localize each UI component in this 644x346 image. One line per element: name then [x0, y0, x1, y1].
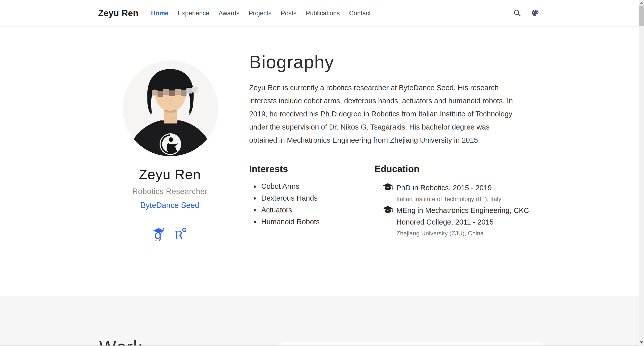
nav-item-home[interactable]: Home [151, 10, 168, 17]
biography-line: interests include cobot arms, dexterous … [249, 94, 513, 107]
interests-list: Cobot Arms Dexterous Hands Actuators Hum… [260, 180, 320, 228]
biography-text: Zeyu Ren is currently a robotics researc… [249, 81, 513, 147]
interests-title: Interests [249, 164, 288, 174]
chevron-down-icon [640, 341, 643, 343]
google-scholar-icon: g [153, 237, 165, 242]
nav-item-projects[interactable]: Projects [249, 10, 271, 17]
navbar: Zeyu Ren Home Experience Awards Projects… [0, 0, 639, 26]
biography-line: Zeyu Ren is currently a robotics researc… [249, 81, 513, 94]
interest-item: Dexterous Hands [260, 192, 320, 204]
work-section: Work [0, 296, 639, 346]
graduation-cap-icon [383, 205, 393, 216]
nav-item-contact[interactable]: Contact [349, 10, 371, 17]
education-degree: PhD in Robotics, 2015 - 2019 [396, 182, 539, 194]
graduation-cap-icon [383, 182, 393, 193]
education-institution: Italian Institute of Technology (IIT), I… [396, 196, 546, 203]
scrollbar-down-button[interactable] [639, 340, 644, 345]
profile-role: Robotics Researcher [106, 187, 234, 196]
social-links: g R G [106, 227, 234, 242]
nav-item-posts[interactable]: Posts [281, 10, 297, 17]
biography-line: obtained in Mechatronics Engineering fro… [249, 134, 513, 147]
nav-item-awards[interactable]: Awards [218, 10, 239, 17]
profile-name: Zeyu Ren [106, 166, 234, 182]
search-icon [513, 9, 521, 18]
scrollbar-up-button[interactable] [639, 1, 644, 6]
nav-item-experience[interactable]: Experience [178, 10, 209, 17]
page: Zeyu Ren Home Experience Awards Projects… [0, 0, 644, 346]
nav-item-publications[interactable]: Publications [306, 10, 340, 17]
education-item: PhD in Robotics, 2015 - 2019 Italian Ins… [383, 182, 546, 203]
vertical-scrollbar[interactable] [639, 0, 644, 346]
biography-title: Biography [249, 52, 334, 72]
interest-item: Humanoid Robots [260, 216, 320, 228]
biography-line: 2019, he received his Ph.D degree in Rob… [249, 107, 513, 120]
work-section-title: Work [99, 337, 143, 346]
education-item: MEng in Mechatronics Engineering, CKC Ho… [383, 205, 546, 237]
google-scholar-link[interactable]: g [153, 227, 165, 242]
svg-text:G: G [182, 227, 186, 233]
theme-button[interactable] [530, 8, 541, 18]
interest-item: Actuators [260, 204, 320, 216]
search-button[interactable] [512, 8, 522, 18]
researchgate-icon: R G [174, 237, 187, 242]
interest-item: Cobot Arms [260, 180, 320, 192]
biography-line: under the supervision of Dr. Nikos G. Ts… [249, 120, 513, 134]
education-institution: Zhejiang University (ZJU), China [396, 230, 546, 237]
education-title: Education [374, 164, 420, 174]
chevron-up-icon [640, 2, 643, 4]
scrollbar-thumb[interactable] [639, 6, 644, 26]
organization-link[interactable]: ByteDance Seed [141, 201, 199, 210]
education-degree: MEng in Mechatronics Engineering, CKC Ho… [396, 205, 539, 228]
site-brand[interactable]: Zeyu Ren [98, 8, 138, 18]
researchgate-link[interactable]: R G [174, 227, 187, 242]
main-nav: Home Experience Awards Projects Posts Pu… [138, 10, 371, 17]
avatar [123, 60, 218, 156]
palette-icon [531, 9, 540, 18]
